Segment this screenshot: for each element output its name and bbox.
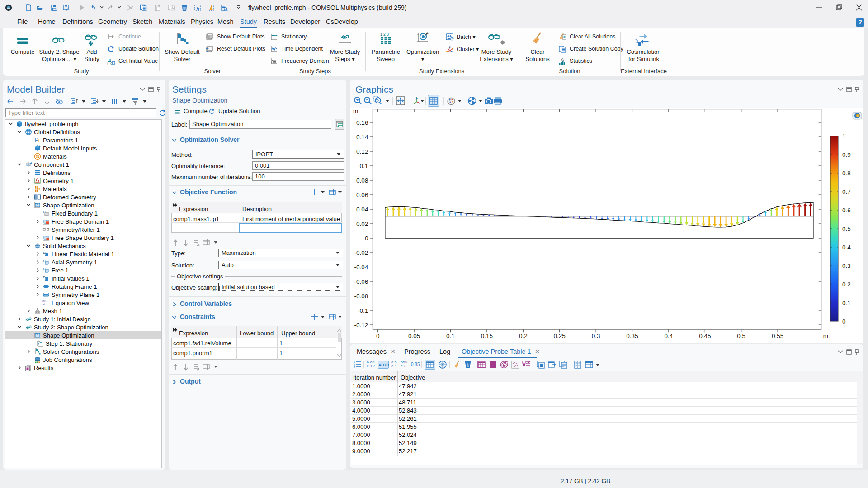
svg-text:-0.04: -0.04 (354, 264, 368, 271)
svg-text:0.12: 0.12 (356, 148, 368, 155)
svg-text:0.35: 0.35 (626, 333, 638, 339)
svg-text:0.9: 0.9 (842, 151, 851, 158)
svg-text:0.1: 0.1 (446, 333, 455, 339)
svg-text:0.2: 0.2 (519, 333, 528, 339)
svg-text:0.3: 0.3 (592, 333, 600, 339)
svg-text:0.5: 0.5 (737, 333, 745, 339)
svg-text:-0.06: -0.06 (354, 278, 368, 285)
svg-text:0.08: 0.08 (356, 177, 368, 184)
svg-text:m: m (823, 333, 828, 339)
svg-text:f: f (47, 300, 48, 305)
svg-text:P: P (35, 137, 38, 143)
svg-text:1: 1 (842, 133, 846, 140)
svg-text:0.1: 0.1 (360, 163, 368, 169)
svg-text:0: 0 (365, 235, 368, 242)
svg-text:m: m (353, 108, 358, 114)
svg-text:D: D (43, 275, 46, 279)
svg-text:D: D (43, 251, 46, 255)
svg-text:au: au (42, 300, 46, 303)
svg-text:0.05: 0.05 (408, 333, 420, 339)
svg-text:0.25: 0.25 (554, 333, 566, 339)
svg-text:0.7: 0.7 (842, 188, 851, 195)
svg-text:-0.12: -0.12 (354, 322, 368, 328)
svg-text:0: 0 (842, 318, 846, 325)
svg-text:0.45: 0.45 (699, 333, 711, 339)
svg-text:0.14: 0.14 (356, 134, 368, 141)
svg-text:0.04: 0.04 (356, 206, 368, 213)
svg-text:0.4: 0.4 (665, 333, 673, 339)
svg-text:3: 3 (354, 366, 355, 369)
svg-text:0.16: 0.16 (356, 119, 368, 126)
svg-text:0: 0 (376, 333, 380, 339)
svg-text:-0.02: -0.02 (354, 249, 368, 256)
svg-text:-0.08: -0.08 (354, 293, 368, 300)
svg-text:0.3: 0.3 (842, 263, 851, 269)
svg-text:0.6: 0.6 (842, 207, 851, 214)
svg-text:-0.1: -0.1 (358, 307, 368, 314)
svg-text:0.8: 0.8 (842, 170, 851, 177)
svg-text:0.55: 0.55 (772, 333, 783, 339)
svg-text:i: i (38, 139, 39, 143)
svg-text:0.2: 0.2 (842, 281, 851, 288)
svg-text:0.4: 0.4 (842, 244, 851, 251)
svg-text:0.15: 0.15 (481, 333, 493, 339)
svg-text:1 2 3: 1 2 3 (380, 33, 389, 37)
svg-text:0.1: 0.1 (842, 300, 851, 306)
svg-text:0.5: 0.5 (842, 225, 851, 232)
svg-text:0.06: 0.06 (356, 192, 368, 198)
svg-text:0.02: 0.02 (356, 221, 368, 227)
svg-text:t=0: t=0 (107, 61, 113, 66)
svg-text:at: at (42, 303, 45, 306)
